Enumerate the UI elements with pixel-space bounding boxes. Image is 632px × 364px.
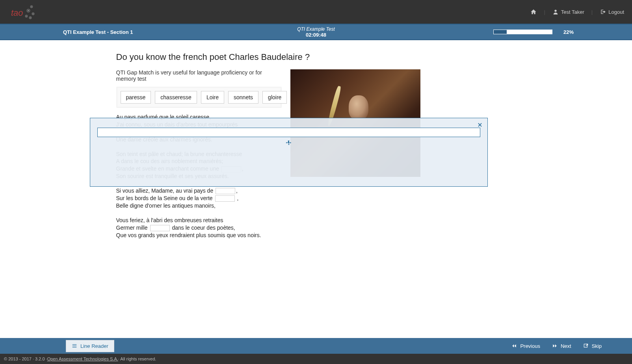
svg-point-7 xyxy=(33,13,34,15)
progress-pct: 22% xyxy=(563,29,574,35)
poem-line: Si vous alliez, Madame, au vrai pays de … xyxy=(116,187,282,195)
home-icon xyxy=(530,9,537,15)
svg-point-11 xyxy=(554,10,556,12)
divider: | xyxy=(544,9,545,15)
gap-choice[interactable]: sonnets xyxy=(228,91,258,104)
logout-label: Logout xyxy=(608,9,624,15)
gap-target[interactable] xyxy=(150,225,170,231)
svg-rect-14 xyxy=(72,347,77,347)
test-info-bar: QTI Example Test - Section 1 QTI Example… xyxy=(0,24,632,40)
close-icon xyxy=(477,122,483,128)
skip-button[interactable]: Skip xyxy=(583,343,602,349)
previous-label: Previous xyxy=(520,343,540,349)
line-reader-icon xyxy=(72,343,77,349)
gap-choice[interactable]: paresse xyxy=(121,91,151,104)
skip-label: Skip xyxy=(592,343,602,349)
progress-fill xyxy=(494,30,507,34)
progress-bar xyxy=(493,30,552,34)
section-title: QTI Example Test - Section 1 xyxy=(63,29,133,35)
user-menu[interactable]: Test Taker xyxy=(552,9,584,15)
next-button[interactable]: Next xyxy=(552,343,571,349)
footer-suffix: · All rights reserved. xyxy=(118,357,156,361)
question-subtitle: QTI Gap Match is very useful for languag… xyxy=(116,69,282,82)
test-title: QTI Example Test xyxy=(297,26,335,32)
svg-point-3 xyxy=(31,6,32,7)
user-label: Test Taker xyxy=(561,9,584,15)
previous-icon xyxy=(511,343,517,349)
svg-rect-12 xyxy=(72,344,77,345)
footer: © 2013 - 2017 · 3.2.0 · Open Assessment … xyxy=(0,354,632,364)
timer-value: 02:09:48 xyxy=(297,32,335,38)
line-reader-overlay[interactable] xyxy=(90,118,488,187)
user-icon xyxy=(552,9,559,15)
next-icon xyxy=(552,343,558,349)
gap-target[interactable] xyxy=(216,188,235,194)
svg-point-1 xyxy=(28,10,29,11)
timer-block: QTI Example Test 02:09:48 xyxy=(297,26,335,38)
tao-logo[interactable]: tao xyxy=(8,2,35,22)
line-reader-label: Line Reader xyxy=(80,343,108,349)
next-label: Next xyxy=(561,343,571,349)
poem-line: Sur les bords de la Seine ou de la verte… xyxy=(116,195,282,202)
logout-button[interactable]: Logout xyxy=(600,9,624,15)
line-reader-move-handle[interactable] xyxy=(286,140,292,148)
footer-link[interactable]: Open Assessment Technologies S.A. xyxy=(47,357,118,361)
poem-line: Germer mille dans le coeur des poètes, xyxy=(116,224,282,232)
svg-rect-15 xyxy=(584,344,587,347)
poem-line: Belle digne d'orner les antiques manoirs… xyxy=(116,202,282,210)
move-icon xyxy=(286,140,292,146)
gap-choice[interactable]: Loire xyxy=(201,91,224,104)
top-header: tao | Test Taker | Logout xyxy=(0,0,632,24)
divider: | xyxy=(591,9,593,15)
svg-point-5 xyxy=(26,16,27,17)
svg-point-9 xyxy=(30,17,31,19)
home-button[interactable] xyxy=(530,9,537,15)
logout-icon xyxy=(600,9,606,15)
previous-button[interactable]: Previous xyxy=(511,343,540,349)
gap-choice[interactable]: gloire xyxy=(262,91,287,104)
skip-icon xyxy=(583,343,589,349)
gap-choice[interactable]: chasseresse xyxy=(155,91,197,104)
svg-rect-13 xyxy=(72,345,77,346)
line-reader-button[interactable]: Line Reader xyxy=(66,340,114,352)
gap-target[interactable] xyxy=(215,195,235,202)
copyright: © 2013 - 2017 · 3.2.0 · xyxy=(4,357,47,361)
bottom-toolbar: Line Reader Previous Next Skip xyxy=(0,338,632,354)
gap-choices: paressechasseresseLoiresonnetsgloire xyxy=(116,87,282,108)
line-reader-window[interactable] xyxy=(97,128,480,137)
svg-text:tao: tao xyxy=(11,8,23,18)
poem-line: Vous feriez, à l'abri des ombreuses retr… xyxy=(116,217,282,224)
question-title: Do you know the french poet Charles Baud… xyxy=(116,52,416,62)
poem-line: Que vos grands yeux rendraient plus soum… xyxy=(116,232,282,239)
